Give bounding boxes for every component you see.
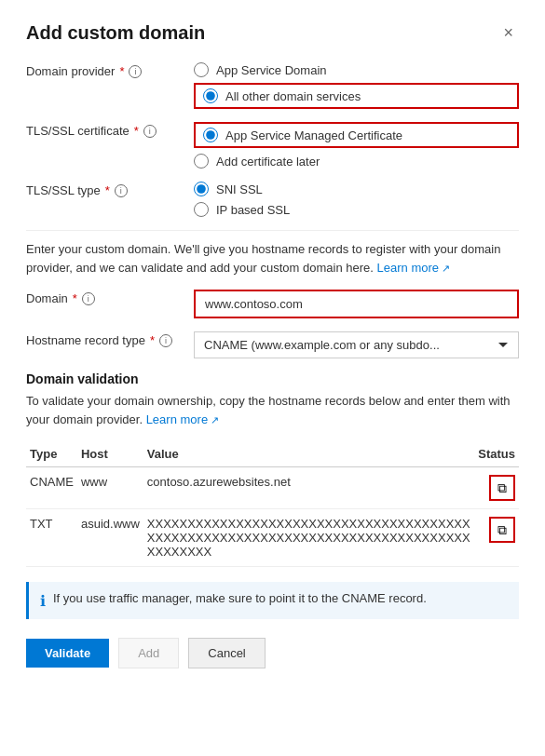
required-indicator-tls: * [134,124,139,138]
cancel-button[interactable]: Cancel [188,638,265,668]
add-custom-domain-dialog: Add custom domain × Domain provider * i … [0,0,545,756]
table-header-row: Type Host Value Status [26,441,519,467]
col-status: Status [474,441,519,467]
required-indicator: * [119,64,124,78]
txt-copy-button[interactable]: ⧉ [489,517,515,543]
tls-app-service-managed-radio[interactable] [203,128,218,142]
tls-type-info-icon[interactable]: i [115,184,128,197]
domain-provider-other-radio[interactable] [203,88,218,103]
txt-host-cell: asuid.www [77,509,143,567]
table-row: CNAME www contoso.azurewebsites.net ⧉ [26,467,519,509]
validation-table: Type Host Value Status CNAME www contoso… [26,441,519,567]
table-header: Type Host Value Status [26,441,519,467]
footer-buttons: Validate Add Cancel [26,638,519,668]
tls-add-later-radio[interactable] [194,154,209,169]
domain-info-icon[interactable]: i [82,292,95,305]
hostname-record-container: CNAME (www.example.com or any subdo... A… [194,331,519,358]
domain-provider-info-icon[interactable]: i [129,65,142,78]
tls-certificate-row: TLS/SSL certificate * i App Service Mana… [26,122,519,169]
copy-icon: ⧉ [497,480,507,496]
description-learn-more-link[interactable]: Learn more [377,261,451,275]
tls-certificate-info-icon[interactable]: i [143,125,157,138]
tls-certificate-options: App Service Managed Certificate Add cert… [194,122,519,169]
tls-add-later-label: Add certificate later [216,155,320,169]
tls-app-service-managed[interactable]: App Service Managed Certificate [194,122,519,148]
required-indicator-hostname: * [150,333,155,347]
tls-app-service-managed-label: App Service Managed Certificate [225,128,402,142]
add-button[interactable]: Add [118,638,179,668]
col-value: Value [143,441,474,467]
table-row: TXT asuid.www XXXXXXXXXXXXXXXXXXXXXXXXXX… [26,509,519,567]
tls-certificate-label: TLS/SSL certificate * i [26,122,194,138]
tls-type-ip[interactable]: IP based SSL [194,202,519,217]
domain-input[interactable] [194,290,519,318]
domain-field-container [194,290,519,318]
txt-copy-cell: ⧉ [474,509,519,567]
txt-type-cell: TXT [26,509,77,567]
table-body: CNAME www contoso.azurewebsites.net ⧉ TX… [26,467,519,567]
domain-provider-label: Domain provider * i [26,62,194,78]
domain-validation-desc: To validate your domain ownership, copy … [26,392,519,428]
domain-validation-title: Domain validation [26,371,519,386]
domain-provider-other-label: All other domain services [225,89,361,103]
domain-provider-app-service-radio[interactable] [194,62,209,77]
col-host: Host [77,441,143,467]
tls-type-label: TLS/SSL type * i [26,182,194,197]
dialog-header: Add custom domain × [26,22,519,44]
domain-provider-options: App Service Domain All other domain serv… [194,62,519,109]
hostname-info-icon[interactable]: i [159,334,172,347]
domain-field-label: Domain * i [26,290,194,305]
description-text: Enter your custom domain. We'll give you… [26,240,519,277]
validate-button[interactable]: Validate [26,639,109,668]
copy-icon: ⧉ [497,522,507,538]
tls-type-options: SNI SSL IP based SSL [194,182,519,217]
domain-validation-section: Domain validation To validate your domai… [26,371,519,567]
col-type: Type [26,441,77,467]
info-banner-icon: ℹ [40,592,46,610]
domain-field-row: Domain * i [26,290,519,318]
tls-type-row: TLS/SSL type * i SNI SSL IP based SSL [26,182,519,217]
cname-value-cell: contoso.azurewebsites.net [143,467,474,509]
hostname-record-row: Hostname record type * i CNAME (www.exam… [26,331,519,358]
info-banner: ℹ If you use traffic manager, make sure … [26,582,519,619]
validation-learn-more-link[interactable]: Learn more [146,412,220,426]
domain-provider-other-services[interactable]: All other domain services [194,83,519,109]
tls-add-later[interactable]: Add certificate later [194,154,519,169]
txt-value-cell: XXXXXXXXXXXXXXXXXXXXXXXXXXXXXXXXXXXXXXXX… [143,509,474,567]
domain-provider-app-service[interactable]: App Service Domain [194,62,519,77]
section-divider [26,230,519,231]
tls-type-sni-radio[interactable] [194,182,209,196]
domain-provider-row: Domain provider * i App Service Domain A… [26,62,519,109]
required-indicator-tls-type: * [105,183,110,197]
cname-copy-button[interactable]: ⧉ [489,475,515,501]
cname-host-cell: www [77,467,143,509]
dialog-title: Add custom domain [26,22,205,44]
required-indicator-domain: * [73,291,77,305]
close-button[interactable]: × [497,22,519,43]
tls-type-ip-label: IP based SSL [216,203,290,217]
tls-type-ip-radio[interactable] [194,202,209,217]
domain-provider-app-service-label: App Service Domain [216,63,327,77]
tls-type-sni-label: SNI SSL [216,182,263,196]
info-banner-text: If you use traffic manager, make sure to… [53,591,427,605]
hostname-record-label: Hostname record type * i [26,331,194,347]
cname-copy-cell: ⧉ [474,467,519,509]
tls-type-sni[interactable]: SNI SSL [194,182,519,196]
cname-type-cell: CNAME [26,467,77,509]
hostname-record-select[interactable]: CNAME (www.example.com or any subdo... A… [194,331,519,358]
